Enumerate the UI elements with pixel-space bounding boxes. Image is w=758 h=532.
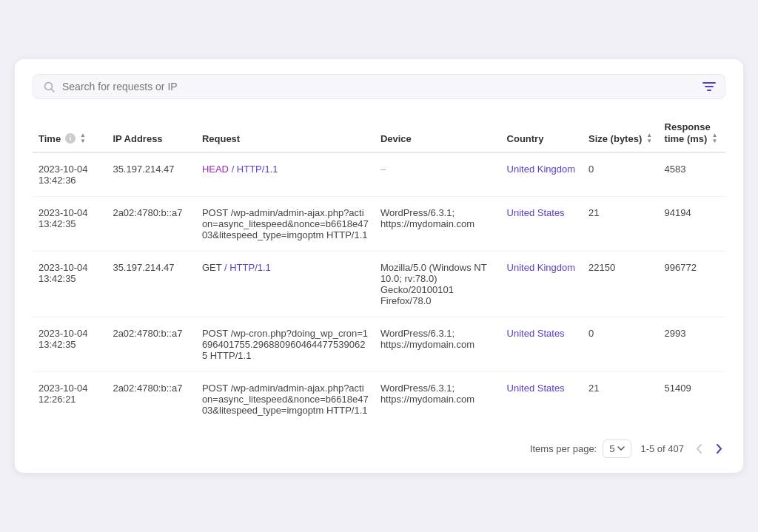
cell-size: 0 xyxy=(583,152,659,197)
cell-country: United States xyxy=(501,372,583,427)
cell-country: United Kingdom xyxy=(501,152,583,197)
cell-time: 2023-10-04 13:42:35 xyxy=(33,252,107,317)
cell-time: 2023-10-04 13:42:35 xyxy=(33,317,107,372)
cell-device: WordPress/6.3.1; https://mydomain.com xyxy=(375,317,501,372)
search-input[interactable] xyxy=(62,81,714,92)
chevron-right-icon xyxy=(717,444,722,454)
table-row: 2023-10-04 12:26:212a02:4780:b::a7POST /… xyxy=(33,372,725,427)
table-row: 2023-10-04 13:42:352a02:4780:b::a7POST /… xyxy=(33,317,725,372)
cell-size: 21 xyxy=(583,372,659,427)
cell-time: 2023-10-04 13:42:36 xyxy=(33,152,107,197)
cell-country: United Kingdom xyxy=(501,252,583,317)
cell-time: 2023-10-04 12:26:21 xyxy=(33,372,107,427)
cell-request: HEAD / HTTP/1.1 xyxy=(196,152,375,197)
cell-response: 4583 xyxy=(659,152,725,197)
table-row: 2023-10-04 13:42:3535.197.214.47GET / HT… xyxy=(33,252,725,317)
next-page-button[interactable] xyxy=(714,442,725,455)
time-sort[interactable]: ▲▼ xyxy=(80,132,86,144)
cell-device: WordPress/6.3.1; https://mydomain.com xyxy=(375,197,501,252)
response-sort[interactable]: ▲▼ xyxy=(711,132,717,144)
col-device: Device xyxy=(375,114,501,152)
cell-ip: 2a02:4780:b::a7 xyxy=(107,197,195,252)
cell-request: POST /wp-cron.php?doing_wp_cron=16964017… xyxy=(196,317,375,372)
time-info-icon[interactable]: i xyxy=(65,133,76,144)
requests-table: Time i ▲▼ IP Address Request xyxy=(33,114,725,426)
col-size: Size (bytes) ▲▼ xyxy=(583,114,659,152)
cell-size: 0 xyxy=(583,317,659,372)
cell-request: POST /wp-admin/admin-ajax.php?action=asy… xyxy=(196,197,375,252)
pagination: Items per page: 5 1-5 of 407 xyxy=(33,440,725,458)
page-range: 1-5 of 407 xyxy=(640,443,684,454)
search-icon xyxy=(44,81,55,92)
per-page-value: 5 xyxy=(609,443,614,454)
cell-ip: 2a02:4780:b::a7 xyxy=(107,372,195,427)
cell-device: Mozilla/5.0 (Windows NT 10.0; rv:78.0) G… xyxy=(375,252,501,317)
cell-response: 51409 xyxy=(659,372,725,427)
col-response: Response time (ms) ▲▼ xyxy=(659,114,725,152)
col-time: Time i ▲▼ xyxy=(33,114,107,152)
cell-ip: 35.197.214.47 xyxy=(107,252,195,317)
search-bar xyxy=(33,74,725,99)
cell-country: United States xyxy=(501,317,583,372)
table-row: 2023-10-04 13:42:3635.197.214.47HEAD / H… xyxy=(33,152,725,197)
svg-line-1 xyxy=(52,89,55,92)
col-country: Country xyxy=(501,114,583,152)
cell-response: 94194 xyxy=(659,197,725,252)
cell-ip: 35.197.214.47 xyxy=(107,152,195,197)
table-row: 2023-10-04 13:42:352a02:4780:b::a7POST /… xyxy=(33,197,725,252)
main-container: Time i ▲▼ IP Address Request xyxy=(15,59,743,473)
cell-request: GET / HTTP/1.1 xyxy=(196,252,375,317)
cell-device: – xyxy=(375,152,501,197)
size-sort[interactable]: ▲▼ xyxy=(646,132,652,144)
cell-device: WordPress/6.3.1; https://mydomain.com xyxy=(375,372,501,427)
cell-response: 996772 xyxy=(659,252,725,317)
items-per-page-label: Items per page: xyxy=(530,443,597,454)
cell-response: 2993 xyxy=(659,317,725,372)
per-page-select[interactable]: 5 xyxy=(603,440,631,458)
cell-ip: 2a02:4780:b::a7 xyxy=(107,317,195,372)
items-per-page-control: Items per page: 5 xyxy=(530,440,632,458)
cell-request: POST /wp-admin/admin-ajax.php?action=asy… xyxy=(196,372,375,427)
filter-button[interactable] xyxy=(702,81,716,92)
cell-time: 2023-10-04 13:42:35 xyxy=(33,197,107,252)
chevron-down-icon xyxy=(617,446,625,451)
prev-page-button[interactable] xyxy=(693,442,705,455)
cell-size: 21 xyxy=(583,197,659,252)
cell-country: United States xyxy=(501,197,583,252)
col-ip: IP Address xyxy=(107,114,195,152)
cell-size: 22150 xyxy=(583,252,659,317)
chevron-left-icon xyxy=(696,444,702,454)
col-request: Request xyxy=(196,114,375,152)
